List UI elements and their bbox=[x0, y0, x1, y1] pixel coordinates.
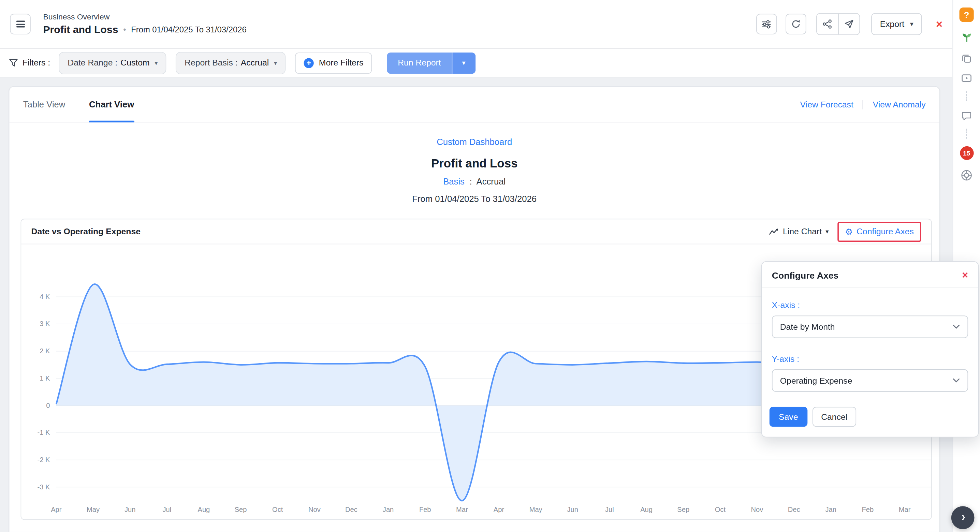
close-report-button[interactable]: × bbox=[936, 18, 942, 30]
svg-text:Dec: Dec bbox=[345, 506, 358, 513]
whats-new-button[interactable] bbox=[960, 32, 973, 44]
layers-icon bbox=[961, 53, 972, 64]
svg-text:Oct: Oct bbox=[715, 506, 726, 513]
help-button[interactable]: ? bbox=[959, 8, 974, 22]
y-axis-select[interactable]: Operating Expense bbox=[772, 369, 968, 392]
svg-text:Oct: Oct bbox=[272, 506, 283, 513]
view-links: View Forecast View Anomaly bbox=[800, 100, 926, 109]
rail-divider bbox=[966, 91, 967, 101]
send-button[interactable] bbox=[838, 14, 859, 34]
svg-text:Aug: Aug bbox=[640, 506, 652, 513]
popup-close-button[interactable]: × bbox=[962, 270, 968, 281]
svg-text:Jun: Jun bbox=[124, 506, 135, 513]
svg-text:Feb: Feb bbox=[419, 506, 431, 513]
view-tabs: Table View Chart View View Forecast View… bbox=[9, 87, 939, 122]
svg-text:4 K: 4 K bbox=[40, 293, 50, 300]
date-range-label: Date Range : bbox=[68, 58, 117, 67]
plus-icon: + bbox=[304, 58, 314, 68]
popup-footer: Save Cancel bbox=[762, 393, 978, 437]
svg-text:Jul: Jul bbox=[605, 506, 614, 513]
report-basis-value: Accrual bbox=[241, 58, 269, 67]
tab-chart-view[interactable]: Chart View bbox=[89, 87, 134, 122]
report-basis-line: Basis : Accrual bbox=[9, 176, 939, 186]
y-axis-value: Operating Expense bbox=[780, 376, 853, 385]
chevron-down-icon: ▾ bbox=[826, 228, 829, 235]
y-axis-group: Y-axis : Operating Expense bbox=[772, 354, 968, 392]
cancel-button[interactable]: Cancel bbox=[813, 407, 856, 427]
y-axis-label: Y-axis : bbox=[772, 354, 968, 364]
export-button[interactable]: Export ▾ bbox=[871, 13, 922, 35]
header-titles: Business Overview Profit and Loss • From… bbox=[43, 13, 246, 36]
notifications-badge[interactable]: 15 bbox=[959, 146, 973, 160]
report-basis-dropdown[interactable]: Report Basis : Accrual ▾ bbox=[176, 51, 286, 74]
configure-axes-popup: Configure Axes × X-axis : Date by Month … bbox=[761, 261, 979, 438]
svg-text:Sep: Sep bbox=[677, 506, 689, 513]
chat-icon bbox=[961, 111, 972, 121]
svg-text:Mar: Mar bbox=[899, 506, 911, 513]
basis-label: Basis bbox=[443, 176, 465, 186]
chevron-down-icon: ▾ bbox=[462, 59, 466, 67]
page-title: Profit and Loss bbox=[43, 24, 118, 36]
chevron-down-icon bbox=[952, 324, 960, 329]
more-filters-button[interactable]: + More Filters bbox=[295, 52, 372, 73]
lifebuoy-icon bbox=[961, 170, 972, 181]
configure-axes-button[interactable]: ⚙ Configure Axes bbox=[837, 222, 921, 242]
feedback-chat-button[interactable] bbox=[961, 111, 972, 121]
view-forecast-link[interactable]: View Forecast bbox=[800, 100, 853, 109]
scroll-next-button[interactable]: › bbox=[951, 506, 975, 529]
copy-pages-button[interactable] bbox=[961, 53, 972, 64]
x-axis-group: X-axis : Date by Month bbox=[772, 300, 968, 338]
date-range-dropdown[interactable]: Date Range : Custom ▾ bbox=[59, 51, 167, 74]
header-actions: Export ▾ × bbox=[748, 13, 942, 35]
svg-text:Apr: Apr bbox=[51, 506, 62, 513]
refresh-button[interactable] bbox=[786, 14, 806, 34]
svg-text:-2 K: -2 K bbox=[38, 456, 50, 464]
sprout-icon bbox=[960, 32, 973, 44]
report-basis-label: Report Basis : bbox=[185, 58, 237, 67]
report-title: Profit and Loss bbox=[9, 157, 939, 170]
svg-text:Jan: Jan bbox=[826, 506, 837, 513]
run-report-button[interactable]: Run Report bbox=[387, 52, 452, 73]
x-axis-label: X-axis : bbox=[772, 300, 968, 310]
svg-text:Apr: Apr bbox=[493, 506, 504, 513]
chart-type-label: Line Chart bbox=[783, 227, 822, 236]
chart-panel-title: Date vs Operating Expense bbox=[31, 227, 140, 236]
svg-text:3 K: 3 K bbox=[40, 320, 50, 327]
custom-dashboard-link[interactable]: Custom Dashboard bbox=[437, 137, 512, 147]
share-button[interactable] bbox=[817, 14, 838, 34]
rail-divider bbox=[966, 129, 967, 138]
chevron-down-icon: ▾ bbox=[910, 20, 913, 28]
funnel-icon bbox=[9, 58, 18, 67]
top-header: Business Overview Profit and Loss • From… bbox=[0, 0, 952, 49]
svg-text:Sep: Sep bbox=[235, 506, 247, 513]
hamburger-menu-button[interactable] bbox=[10, 14, 30, 34]
save-button[interactable]: Save bbox=[770, 407, 807, 427]
x-axis-select[interactable]: Date by Month bbox=[772, 316, 968, 338]
customize-columns-button[interactable] bbox=[756, 14, 777, 34]
chart-panel-header: Date vs Operating Expense Line Chart ▾ bbox=[21, 219, 931, 244]
filters-label: Filters : bbox=[9, 58, 50, 67]
breadcrumb: Business Overview bbox=[43, 13, 246, 21]
video-tutorials-button[interactable] bbox=[961, 73, 972, 84]
app-window: Business Overview Profit and Loss • From… bbox=[0, 0, 980, 532]
basis-separator: : bbox=[469, 176, 472, 186]
popup-body: X-axis : Date by Month Y-axis : Operatin… bbox=[762, 288, 978, 393]
svg-text:May: May bbox=[87, 506, 100, 513]
svg-text:Feb: Feb bbox=[862, 506, 874, 513]
chart-type-dropdown[interactable]: Line Chart ▾ bbox=[768, 227, 829, 236]
run-report-options-button[interactable]: ▾ bbox=[452, 52, 476, 73]
refresh-icon bbox=[791, 19, 800, 29]
more-filters-label: More Filters bbox=[319, 58, 364, 67]
presentation-play-icon bbox=[961, 73, 972, 84]
tab-table-view[interactable]: Table View bbox=[23, 87, 65, 122]
view-anomaly-link[interactable]: View Anomaly bbox=[863, 100, 926, 109]
support-button[interactable] bbox=[961, 170, 972, 181]
svg-text:Nov: Nov bbox=[751, 506, 764, 513]
date-range-subtitle: From 01/04/2025 To 31/03/2026 bbox=[131, 25, 247, 34]
x-axis-value: Date by Month bbox=[780, 322, 835, 332]
gear-icon: ⚙ bbox=[845, 226, 853, 236]
paper-plane-icon bbox=[844, 19, 853, 29]
chevron-down-icon bbox=[952, 378, 960, 383]
svg-text:Dec: Dec bbox=[788, 506, 800, 513]
chevron-right-icon: › bbox=[962, 511, 965, 524]
